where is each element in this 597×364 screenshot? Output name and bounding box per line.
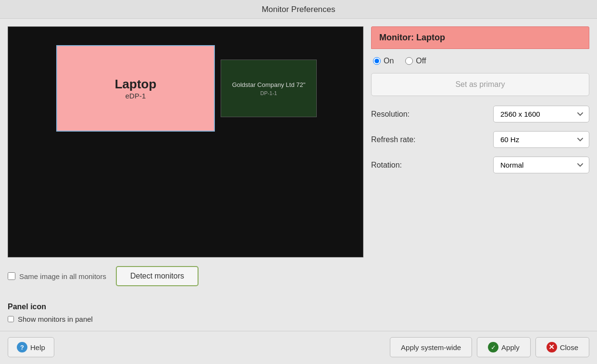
resolution-select[interactable]: 2560 x 1600 1920 x 1200 1920 x 1080 1280…	[493, 106, 589, 122]
bottom-controls: Same image in all monitors Detect monito…	[8, 264, 363, 288]
footer-right: Apply system-wide ✓ Apply ✕ Close	[390, 337, 589, 357]
footer-left: ? Help	[8, 337, 54, 357]
monitor-preview: Laptop eDP-1 Goldstar Company Ltd 72" DP…	[8, 26, 363, 257]
show-monitors-checkbox[interactable]	[8, 316, 14, 322]
laptop-monitor-sublabel: eDP-1	[125, 92, 146, 100]
close-icon: ✕	[547, 342, 557, 352]
laptop-monitor-block[interactable]: Laptop eDP-1	[56, 45, 215, 132]
external-monitor-block[interactable]: Goldstar Company Ltd 72" DP-1-1	[221, 60, 317, 117]
refresh-rate-select[interactable]: 60 Hz 48 Hz 30 Hz	[493, 131, 589, 148]
resolution-row: Resolution: 2560 x 1600 1920 x 1200 1920…	[371, 106, 589, 122]
on-off-row: On Off	[371, 55, 589, 73]
external-monitor-sublabel: DP-1-1	[261, 90, 277, 96]
resolution-label: Resolution:	[371, 110, 410, 119]
rotation-select[interactable]: Normal Left Right Upside Down	[493, 157, 589, 173]
help-button[interactable]: ? Help	[8, 337, 54, 357]
title-bar: Monitor Preferences	[0, 0, 597, 19]
set-primary-button[interactable]: Set as primary	[371, 73, 589, 96]
help-icon: ?	[17, 342, 27, 352]
refresh-rate-label: Refresh rate:	[371, 135, 415, 144]
detect-monitors-button[interactable]: Detect monitors	[116, 266, 199, 286]
on-radio[interactable]	[373, 57, 381, 65]
apply-button[interactable]: ✓ Apply	[477, 337, 531, 357]
panel-icon-title: Panel icon	[8, 303, 363, 311]
close-button[interactable]: ✕ Close	[535, 337, 589, 357]
refresh-rate-row: Refresh rate: 60 Hz 48 Hz 30 Hz	[371, 131, 589, 148]
monitor-canvas-area: Laptop eDP-1 Goldstar Company Ltd 72" DP…	[8, 26, 363, 323]
apply-system-wide-button[interactable]: Apply system-wide	[390, 337, 472, 357]
monitor-header: Monitor: Laptop	[371, 26, 589, 49]
same-image-label[interactable]: Same image in all monitors	[8, 272, 106, 280]
rotation-label: Rotation:	[371, 161, 402, 170]
main-content: Laptop eDP-1 Goldstar Company Ltd 72" DP…	[0, 19, 597, 331]
same-image-checkbox[interactable]	[8, 272, 15, 280]
on-radio-label[interactable]: On	[373, 57, 394, 65]
external-monitor-label: Goldstar Company Ltd 72"	[232, 81, 306, 88]
window-title: Monitor Preferences	[261, 5, 335, 14]
off-radio[interactable]	[405, 57, 413, 65]
rotation-row: Rotation: Normal Left Right Upside Down	[371, 157, 589, 173]
panel-icon-section: Panel icon Show monitors in panel	[8, 295, 363, 323]
laptop-monitor-label: Laptop	[115, 77, 157, 92]
show-monitors-label[interactable]: Show monitors in panel	[8, 315, 363, 323]
footer: ? Help Apply system-wide ✓ Apply ✕ Close	[0, 331, 597, 364]
off-radio-label[interactable]: Off	[405, 57, 426, 65]
settings-panel: Monitor: Laptop On Off Set as primary Re…	[371, 26, 589, 323]
apply-icon: ✓	[488, 342, 498, 352]
